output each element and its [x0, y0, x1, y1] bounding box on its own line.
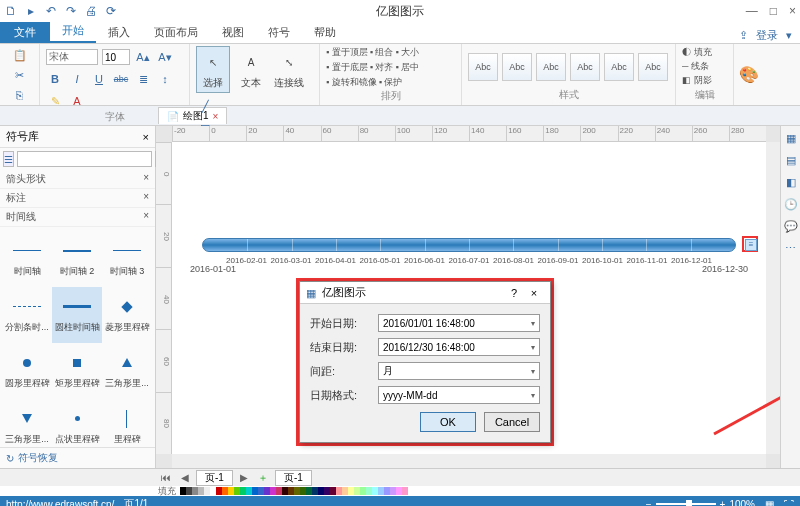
library-menu-icon[interactable]: ☰ [3, 151, 14, 167]
end-date-input[interactable]: 2016/12/30 16:48:00▾ [378, 338, 540, 356]
page-next-icon[interactable]: ▶ [237, 472, 251, 483]
timeline-shape[interactable]: 2016-02-012016-03-012016-04-012016-05-01… [202, 238, 736, 266]
play-icon[interactable]: ▸ [24, 4, 38, 18]
sidebar-close-icon[interactable]: × [143, 131, 149, 143]
shadow-button[interactable]: ◧ 阴影 [682, 74, 712, 87]
shape-item[interactable]: 分割条时... [2, 287, 52, 343]
layer-icon[interactable]: ▤ [784, 154, 798, 168]
category-arrows[interactable]: 箭头形状× [0, 170, 155, 189]
increase-font-icon[interactable]: A▴ [134, 48, 152, 66]
login-dropdown-icon[interactable]: ▾ [786, 29, 792, 42]
dialog-close-icon[interactable]: × [524, 287, 544, 299]
help-icon[interactable]: ⋯ [784, 242, 798, 256]
cancel-button[interactable]: Cancel [484, 412, 540, 432]
shape-item[interactable]: 时间轴 [2, 231, 52, 287]
fill-button[interactable]: ◐ 填充 [682, 46, 712, 59]
italic-button[interactable]: I [68, 70, 86, 88]
close-button[interactable]: × [789, 4, 796, 18]
tab-page-layout[interactable]: 页面布局 [142, 22, 210, 43]
highlight-icon[interactable]: ✎ [46, 92, 64, 110]
line-shape-icon[interactable]: ╱ [196, 97, 214, 115]
sidebar-footer[interactable]: ↻符号恢复 [0, 447, 155, 468]
shape-item[interactable]: 圆形里程碑 [2, 343, 52, 399]
spacing-icon[interactable]: ↕ [156, 70, 174, 88]
ok-button[interactable]: OK [420, 412, 476, 432]
style-preset[interactable]: Abc [638, 53, 668, 81]
bring-front-button[interactable]: ▪ 置于顶层 [326, 46, 368, 59]
style-gallery[interactable]: Abc Abc Abc Abc Abc Abc [468, 53, 668, 81]
style-preset[interactable]: Abc [468, 53, 498, 81]
style-preset[interactable]: Abc [604, 53, 634, 81]
center-button[interactable]: ▪ 居中 [395, 61, 419, 74]
shape-item[interactable]: 矩形里程碑 [52, 343, 102, 399]
font-family-select[interactable] [46, 49, 98, 65]
shape-item[interactable]: 三角形里... [2, 399, 52, 447]
copy-icon[interactable]: ⎘ [11, 86, 29, 104]
font-color-icon[interactable]: A [68, 92, 86, 110]
refresh-icon[interactable]: ⟳ [104, 4, 118, 18]
status-url[interactable]: http://www.edrawsoft.cn/ [6, 499, 114, 507]
send-back-button[interactable]: ▪ 置于底层 [326, 61, 368, 74]
category-timeline[interactable]: 时间线× [0, 208, 155, 227]
shape-item-selected[interactable]: 圆柱时间轴 [52, 287, 102, 343]
view-mode-icon[interactable]: ▦ [765, 499, 774, 507]
fit-icon[interactable]: ⛶ [784, 499, 794, 507]
page-prev-icon[interactable]: ◀ [178, 472, 192, 483]
maximize-button[interactable]: □ [770, 4, 777, 18]
start-date-input[interactable]: 2016/01/01 16:48:00▾ [378, 314, 540, 332]
tab-home[interactable]: 开始 [50, 20, 96, 43]
decrease-font-icon[interactable]: A▾ [156, 48, 174, 66]
page-add-icon[interactable]: ＋ [255, 471, 271, 485]
page-first-icon[interactable]: ⏮ [158, 472, 174, 483]
bold-button[interactable]: B [46, 70, 64, 88]
category-callouts[interactable]: 标注× [0, 189, 155, 208]
underline-button[interactable]: U [90, 70, 108, 88]
share-icon[interactable]: ⇪ [739, 29, 748, 42]
format-select[interactable]: yyyy-MM-dd▾ [378, 386, 540, 404]
zoom-in-icon[interactable]: + [720, 499, 726, 507]
line-button[interactable]: ─ 线条 [682, 60, 709, 73]
scrollbar-horizontal[interactable] [172, 454, 766, 468]
shape-item[interactable]: 点状里程碑 [52, 399, 102, 447]
shape-item[interactable]: 时间轴 2 [52, 231, 102, 287]
shape-item[interactable]: 菱形里程碑 [102, 287, 152, 343]
select-tool[interactable]: ↖选择 [196, 46, 230, 93]
rotate-button[interactable]: ▪ 旋转和镜像 [326, 76, 377, 89]
paste-icon[interactable]: 📋 [11, 46, 29, 64]
prop-icon[interactable]: ▦ [784, 132, 798, 146]
color-swatch[interactable] [402, 487, 408, 495]
redo-icon[interactable]: ↷ [64, 4, 78, 18]
page-tab[interactable]: 页-1 [275, 470, 312, 486]
tab-insert[interactable]: 插入 [96, 22, 142, 43]
interval-select[interactable]: 月▾ [378, 362, 540, 380]
connector-tool[interactable]: ⤡连接线 [272, 49, 306, 90]
file-tab[interactable]: 文件 [0, 22, 50, 43]
login-link[interactable]: 登录 [756, 28, 778, 43]
tab-symbols[interactable]: 符号 [256, 22, 302, 43]
zoom-slider[interactable] [656, 503, 716, 505]
search-input[interactable] [17, 151, 152, 167]
themes-icon[interactable]: 🎨 [740, 66, 758, 84]
bullets-icon[interactable]: ≣ [134, 70, 152, 88]
dialog-help-icon[interactable]: ? [504, 287, 524, 299]
style-preset[interactable]: Abc [536, 53, 566, 81]
group-button[interactable]: ▪ 组合 [370, 46, 394, 59]
style-preset[interactable]: Abc [570, 53, 600, 81]
zoom-control[interactable]: − + 100% [646, 499, 755, 507]
strike-button[interactable]: abc [112, 70, 130, 88]
text-tool[interactable]: A文本 [234, 49, 268, 90]
chat-icon[interactable]: 💬 [784, 220, 798, 234]
tab-view[interactable]: 视图 [210, 22, 256, 43]
shape-item[interactable]: 三角形里... [102, 343, 152, 399]
shape-item[interactable]: 时间轴 3 [102, 231, 152, 287]
new-icon[interactable]: 🗋 [4, 4, 18, 18]
minimize-button[interactable]: — [746, 4, 758, 18]
style-preset[interactable]: Abc [502, 53, 532, 81]
align-button[interactable]: ▪ 对齐 [370, 61, 394, 74]
zoom-out-icon[interactable]: − [646, 499, 652, 507]
timeline-action-handle[interactable]: ≡ [742, 236, 758, 252]
protect-button[interactable]: ▪ 保护 [379, 76, 403, 89]
scrollbar-vertical[interactable] [766, 142, 780, 454]
print-icon[interactable]: 🖨 [84, 4, 98, 18]
undo-icon[interactable]: ↶ [44, 4, 58, 18]
